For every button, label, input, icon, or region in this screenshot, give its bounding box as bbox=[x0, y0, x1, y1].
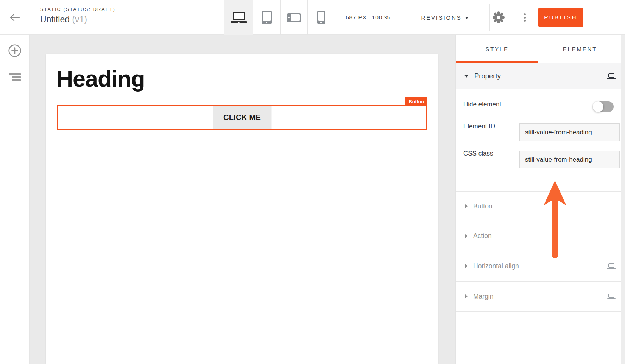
section-horizontal-align-header[interactable]: Horizontal align bbox=[456, 251, 621, 281]
device-phone-button[interactable] bbox=[307, 0, 335, 35]
add-element-button[interactable] bbox=[8, 44, 22, 58]
plus-circle-icon bbox=[8, 44, 22, 58]
section-action-header[interactable]: Action bbox=[456, 221, 621, 251]
chevron-right-icon bbox=[465, 234, 468, 238]
section-action-label: Action bbox=[473, 232, 492, 240]
kebab-menu-icon bbox=[524, 13, 526, 15]
tab-style[interactable]: STYLE bbox=[456, 35, 538, 63]
page-title-block: STATIC (STATUS: DRAFT) Untitled (v1) bbox=[40, 7, 115, 25]
laptop-icon bbox=[231, 12, 247, 23]
hide-element-label: Hide element bbox=[463, 101, 501, 108]
tablet-landscape-icon bbox=[287, 13, 301, 22]
section-margin-header[interactable]: Margin bbox=[456, 281, 621, 311]
element-id-label: Element ID bbox=[463, 123, 495, 130]
zoom-level[interactable]: 100 % bbox=[372, 14, 390, 21]
more-options-button[interactable] bbox=[520, 11, 529, 24]
css-class-input[interactable] bbox=[519, 151, 620, 168]
tablet-icon bbox=[262, 11, 272, 24]
viewport-width: 687 PX bbox=[346, 14, 367, 21]
section-horizontal-align-label: Horizontal align bbox=[473, 262, 519, 270]
element-id-input[interactable] bbox=[519, 123, 620, 141]
section-button-header[interactable]: Button bbox=[456, 191, 621, 221]
left-toolbar bbox=[0, 35, 30, 364]
publish-button[interactable]: PUBLISH bbox=[538, 8, 583, 27]
revisions-label: REVISIONS bbox=[421, 14, 462, 21]
gear-icon bbox=[492, 11, 505, 24]
device-desktop-button[interactable] bbox=[224, 0, 253, 35]
divider bbox=[30, 4, 30, 31]
css-class-label: CSS class bbox=[463, 150, 493, 157]
caret-down-icon bbox=[465, 17, 469, 19]
section-property-header[interactable]: Property bbox=[456, 63, 621, 89]
page-status: STATIC (STATUS: DRAFT) bbox=[40, 7, 115, 12]
divider bbox=[215, 0, 215, 35]
section-property-label: Property bbox=[474, 72, 501, 80]
chevron-right-icon bbox=[465, 264, 468, 268]
settings-button[interactable] bbox=[492, 11, 505, 24]
selected-element-outline[interactable]: Button CLICK ME bbox=[57, 105, 427, 130]
breakpoint-laptop-icon bbox=[607, 73, 616, 79]
divider bbox=[456, 311, 621, 312]
section-button-label: Button bbox=[473, 202, 493, 210]
divider bbox=[489, 4, 490, 31]
chevron-right-icon bbox=[465, 204, 468, 208]
section-margin-label: Margin bbox=[473, 292, 494, 300]
page-card[interactable]: Heading Button CLICK ME bbox=[46, 54, 438, 364]
back-arrow-icon bbox=[9, 13, 20, 22]
device-tablet-landscape-button[interactable] bbox=[280, 0, 307, 35]
page-version: (v1) bbox=[72, 14, 87, 24]
chevron-right-icon bbox=[465, 294, 468, 299]
revisions-dropdown[interactable]: REVISIONS bbox=[401, 0, 489, 35]
back-button[interactable] bbox=[0, 0, 30, 35]
page-heading[interactable]: Heading bbox=[56, 65, 145, 92]
toggle-knob bbox=[593, 101, 603, 112]
breakpoint-laptop-icon bbox=[607, 294, 616, 299]
tab-element[interactable]: ELEMENT bbox=[539, 35, 621, 63]
properties-panel: STYLE ELEMENT Property Hide element Elem… bbox=[455, 35, 621, 364]
selection-tag: Button bbox=[405, 97, 427, 106]
breakpoint-laptop-icon bbox=[607, 263, 616, 269]
device-tablet-button[interactable] bbox=[253, 0, 280, 35]
viewport-info: 687 PX 100 % bbox=[335, 0, 401, 35]
panel-scroll-gutter[interactable] bbox=[621, 35, 625, 364]
annotation-arrow-up bbox=[543, 180, 567, 262]
canvas-button-element[interactable]: CLICK ME bbox=[213, 106, 271, 129]
hide-element-toggle[interactable] bbox=[593, 101, 614, 112]
page-title: Untitled bbox=[40, 14, 70, 24]
list-icon bbox=[9, 73, 21, 75]
top-bar: STATIC (STATUS: DRAFT) Untitled (v1) bbox=[0, 0, 625, 35]
triangle-down-icon bbox=[464, 75, 469, 78]
page-structure-button[interactable] bbox=[8, 73, 21, 83]
phone-icon bbox=[317, 11, 325, 24]
